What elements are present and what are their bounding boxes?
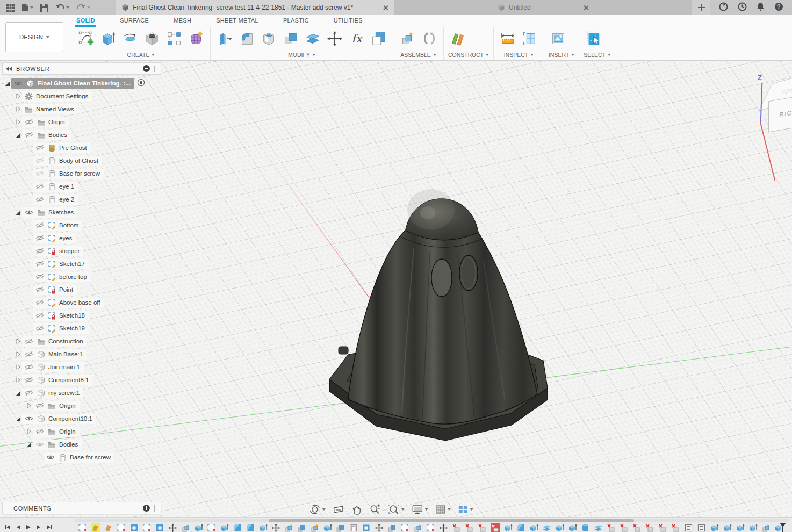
tree-expander[interactable] [14, 131, 22, 139]
insert-canvas-tool[interactable] [549, 28, 568, 49]
tree-row[interactable]: Construction [2, 335, 179, 348]
timeline-feature-revolve[interactable] [581, 523, 590, 532]
job-status-icon[interactable] [738, 2, 747, 13]
timeline-feature-sketch[interactable] [207, 523, 216, 532]
timeline-feature-extrude[interactable] [220, 523, 229, 532]
tree-row[interactable]: Origin [2, 399, 179, 412]
tree-row[interactable]: Sketch19 [2, 322, 179, 335]
extrude-tool[interactable] [98, 28, 118, 49]
timeline-feature-sketch[interactable] [117, 523, 126, 532]
app-grid-icon[interactable] [6, 4, 15, 12]
visibility-off-icon[interactable] [35, 286, 44, 293]
timeline-feature-hole[interactable] [155, 523, 164, 532]
timeline-feature-newcomp[interactable] [284, 523, 293, 532]
combine-tool[interactable] [281, 28, 300, 49]
timeline-feature-fillet[interactable] [516, 523, 525, 532]
timeline-feature-move[interactable] [375, 523, 384, 532]
measure-tool[interactable] [498, 28, 517, 49]
new-component-tool[interactable] [398, 28, 417, 49]
tree-expander[interactable] [14, 105, 22, 113]
visibility-off-icon[interactable] [25, 350, 33, 358]
timeline-position-marker[interactable] [779, 522, 787, 532]
section-analysis-tool[interactable] [520, 28, 539, 49]
timeline-feature-suppressed[interactable] [465, 523, 474, 532]
timeline-feature-suppressed[interactable] [620, 523, 629, 532]
select-tool[interactable] [584, 28, 603, 49]
timeline-feature-offsetplane[interactable] [684, 523, 693, 532]
create-sketch-tool[interactable] [76, 28, 96, 49]
step-back-button[interactable] [16, 524, 21, 530]
timeline-scrollbar-track[interactable] [75, 519, 789, 522]
visibility-off-icon[interactable] [35, 325, 44, 332]
insert-group-menu[interactable]: INSERT [549, 51, 574, 59]
timeline-feature-hole[interactable] [129, 523, 139, 532]
tree-row[interactable]: eye 1 [2, 180, 179, 193]
timeline-feature-extrude[interactable] [555, 523, 564, 532]
activate-component-radio[interactable] [137, 78, 145, 89]
visibility-on-icon[interactable] [25, 415, 33, 422]
visibility-off-icon[interactable] [25, 389, 33, 397]
tree-row[interactable]: Sketches [2, 206, 179, 219]
ghost-model[interactable] [301, 176, 553, 445]
timeline-feature-move[interactable] [439, 523, 448, 532]
hole-tool[interactable] [142, 28, 162, 49]
tree-row[interactable]: eyes [2, 232, 179, 245]
timeline-feature-extrude[interactable] [529, 523, 538, 532]
timeline-feature-extrude[interactable] [194, 523, 203, 532]
tree-row[interactable]: Main Base:1 [2, 348, 179, 361]
timeline-feature-move[interactable] [168, 523, 177, 532]
close-tab-icon[interactable] [583, 5, 589, 11]
create-group-menu[interactable]: CREATE [76, 51, 206, 59]
panel-grip-handle[interactable] [154, 66, 157, 72]
tree-row[interactable]: eye 2 [2, 193, 179, 206]
visibility-off-icon[interactable] [35, 170, 44, 177]
fillet-tool[interactable] [237, 28, 256, 49]
tree-row[interactable]: Origin [2, 116, 179, 128]
tree-row[interactable]: Component10:1 [2, 412, 179, 425]
tree-row[interactable]: Origin [2, 425, 179, 438]
notifications-bell-icon[interactable] [757, 2, 765, 13]
visibility-off-icon[interactable] [35, 157, 44, 164]
panel-grip-handle[interactable] [154, 505, 157, 512]
visibility-off-icon[interactable] [35, 183, 44, 190]
view-cube[interactable]: TOP RIGHT Z [737, 66, 792, 190]
tree-row[interactable]: Component8:1 [2, 373, 179, 386]
manage-materials-tool[interactable] [369, 28, 388, 49]
visibility-off-icon[interactable] [25, 131, 33, 139]
shell-tool[interactable] [259, 28, 278, 49]
fit-button[interactable] [388, 504, 405, 515]
panel-minus-icon[interactable] [143, 65, 150, 72]
browser-panel-header[interactable]: BROWSER [2, 62, 161, 75]
timeline-feature-extrude[interactable] [503, 523, 513, 532]
tree-row[interactable]: Bodies [2, 128, 179, 141]
timeline-feature-combine[interactable] [297, 523, 306, 532]
tree-row[interactable]: Bottom [2, 219, 179, 232]
visibility-on-icon[interactable] [46, 454, 55, 461]
visibility-on-icon[interactable] [25, 209, 33, 216]
save-icon[interactable] [40, 4, 48, 12]
visibility-off-icon[interactable] [35, 234, 44, 242]
tree-expander[interactable] [25, 441, 33, 448]
tree-expander[interactable] [25, 428, 33, 435]
tab-sheet-metal[interactable]: SHEET METAL [215, 16, 260, 27]
timeline-feature-shell[interactable] [349, 523, 358, 532]
tree-expander[interactable] [14, 92, 22, 100]
timeline-feature-sketch[interactable] [400, 523, 409, 532]
tree-row[interactable]: Body of Ghost [2, 154, 179, 167]
move-copy-tool[interactable] [325, 28, 344, 49]
workspace-switcher[interactable]: DESIGN [5, 22, 63, 52]
tree-row[interactable]: Document Settings [2, 90, 179, 103]
help-icon[interactable]: ? [774, 2, 783, 13]
step-forward-button[interactable] [36, 524, 41, 530]
timeline-feature-plane[interactable] [104, 523, 113, 532]
timeline-feature-fillet[interactable] [233, 523, 242, 532]
visibility-off-icon[interactable] [25, 118, 33, 126]
tree-expander[interactable] [14, 376, 22, 384]
tree-row[interactable]: my screw:1 [2, 386, 179, 399]
file-menu-icon[interactable] [21, 3, 33, 12]
tree-row[interactable]: Sketch17 [2, 257, 179, 270]
tree-expander[interactable] [14, 350, 22, 358]
timeline-feature-extrude[interactable] [736, 523, 745, 532]
visibility-off-icon[interactable] [35, 312, 44, 319]
timeline-feature-newcomp[interactable] [310, 523, 319, 532]
